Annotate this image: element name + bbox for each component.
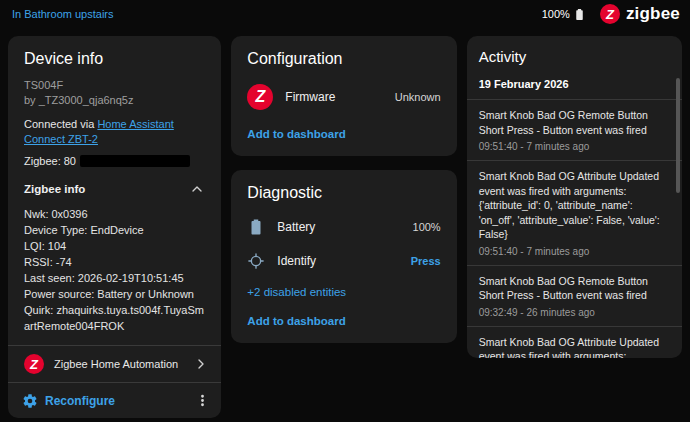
logbook-entry[interactable]: Smart Knob Bad OG Attribute Updated even… bbox=[467, 160, 682, 265]
middle-column: Configuration Z Firmware Unknown Add to … bbox=[231, 36, 456, 343]
firmware-value: Unknown bbox=[395, 91, 441, 103]
integration-link-row[interactable]: Z Zigbee Home Automation bbox=[8, 346, 221, 382]
diagnostic-title: Diagnostic bbox=[247, 184, 440, 202]
device-manufacturer: by _TZ3000_qja6nq5z bbox=[24, 93, 205, 108]
main-content: Device info TS004F by _TZ3000_qja6nq5z C… bbox=[0, 28, 690, 422]
zigbee-address-prefix: Zigbee: 80 bbox=[24, 155, 76, 167]
zigbee-info-header: Zigbee info bbox=[24, 183, 85, 195]
battery-icon bbox=[573, 8, 586, 21]
logbook-entries: Smart Knob Bad OG Remote Button Short Pr… bbox=[467, 99, 682, 358]
disabled-entities-link[interactable]: +2 disabled entities bbox=[247, 286, 346, 298]
activity-date-header: 19 February 2026 bbox=[467, 65, 682, 99]
reconfigure-button[interactable]: Reconfigure bbox=[22, 393, 115, 409]
reconfigure-label: Reconfigure bbox=[45, 394, 115, 408]
integration-label: Zigbee Home Automation bbox=[54, 358, 183, 370]
firmware-entity-row[interactable]: Z Firmware Unknown bbox=[247, 84, 440, 110]
zigbee-logo-icon: Z bbox=[24, 354, 44, 374]
device-model: TS004F bbox=[24, 78, 205, 93]
dots-vertical-icon bbox=[194, 392, 211, 409]
add-to-dashboard-link[interactable]: Add to dashboard bbox=[247, 315, 345, 327]
attr-quirk: Quirk: zhaquirks.tuya.ts004f.TuyaSmartRe… bbox=[24, 302, 205, 334]
device-actions-row: Reconfigure bbox=[8, 383, 221, 418]
logbook-entry-text: Smart Knob Bad OG Attribute Updated even… bbox=[479, 169, 668, 242]
connected-via: Connected via Home Assistant Connect ZBT… bbox=[24, 117, 205, 147]
identify-press-button[interactable]: Press bbox=[411, 255, 441, 267]
logbook-entry[interactable]: Smart Knob Bad OG Remote Button Short Pr… bbox=[467, 99, 682, 160]
battery-entity-row[interactable]: Battery 100% bbox=[247, 218, 440, 236]
configuration-title: Configuration bbox=[247, 50, 440, 68]
breadcrumb[interactable]: In Bathroom upstairs bbox=[12, 8, 114, 20]
chevron-right-icon bbox=[193, 356, 209, 372]
logbook-entry[interactable]: Smart Knob Bad OG Attribute Updated even… bbox=[467, 326, 682, 359]
device-info-title: Device info bbox=[24, 50, 205, 68]
battery-icon bbox=[247, 218, 265, 236]
logbook-entry-time: 09:51:40 - 7 minutes ago bbox=[479, 141, 668, 152]
diagnostic-card: Diagnostic Battery 100% Identi bbox=[231, 170, 456, 343]
firmware-label: Firmware bbox=[285, 90, 382, 104]
overflow-menu-button[interactable] bbox=[194, 392, 211, 409]
logbook-entry-text: Smart Knob Bad OG Remote Button Short Pr… bbox=[479, 274, 668, 303]
attr-rssi: RSSI: -74 bbox=[24, 254, 205, 270]
logbook-entry[interactable]: Smart Knob Bad OG Remote Button Short Pr… bbox=[467, 265, 682, 326]
cog-icon bbox=[22, 393, 38, 409]
chevron-up-icon[interactable] bbox=[189, 181, 205, 197]
device-info-card: Device info TS004F by _TZ3000_qja6nq5z C… bbox=[8, 36, 221, 418]
logbook-entry-text: Smart Knob Bad OG Attribute Updated even… bbox=[479, 335, 668, 359]
device-info-bottom: Z Zigbee Home Automation Reconfigure bbox=[8, 345, 221, 418]
zigbee-address: Zigbee: 80 bbox=[24, 155, 205, 167]
logbook-entry-time: 09:32:49 - 26 minutes ago bbox=[479, 307, 668, 318]
battery-value: 100% bbox=[413, 221, 441, 233]
add-to-dashboard-link[interactable]: Add to dashboard bbox=[247, 128, 345, 140]
identify-icon bbox=[247, 252, 265, 270]
configuration-card: Configuration Z Firmware Unknown Add to … bbox=[231, 36, 456, 156]
attr-nwk: Nwk: 0x0396 bbox=[24, 206, 205, 222]
zigbee-logo-icon: Z bbox=[600, 4, 620, 24]
redacted-address bbox=[80, 155, 190, 167]
top-bar-right: 100% Z zigbee bbox=[542, 4, 680, 24]
activity-column: Activity 19 February 2026 Smart Knob Bad… bbox=[467, 36, 682, 358]
activity-card: Activity 19 February 2026 Smart Knob Bad… bbox=[467, 36, 682, 358]
attr-lqi: LQI: 104 bbox=[24, 238, 205, 254]
device-info-body: Device info TS004F by _TZ3000_qja6nq5z C… bbox=[8, 36, 221, 334]
attr-last-seen: Last seen: 2026-02-19T10:51:45 bbox=[24, 270, 205, 286]
attr-device-type: Device Type: EndDevice bbox=[24, 222, 205, 238]
attr-power-source: Power source: Battery or Unknown bbox=[24, 286, 205, 302]
zigbee-brand: Z zigbee bbox=[600, 4, 680, 24]
activity-scrollbar[interactable] bbox=[676, 78, 680, 193]
logbook-entry-text: Smart Knob Bad OG Remote Button Short Pr… bbox=[479, 108, 668, 137]
connected-via-prefix: Connected via bbox=[24, 118, 94, 130]
identify-label: Identify bbox=[277, 254, 398, 268]
device-info-column: Device info TS004F by _TZ3000_qja6nq5z C… bbox=[8, 36, 221, 418]
zigbee-logo-icon: Z bbox=[247, 84, 273, 110]
zigbee-info-attributes: Nwk: 0x0396 Device Type: EndDevice LQI: … bbox=[24, 206, 205, 334]
zigbee-info-expander[interactable]: Zigbee info bbox=[24, 181, 205, 197]
top-bar: In Bathroom upstairs 100% Z zigbee bbox=[0, 0, 690, 28]
activity-title: Activity bbox=[467, 36, 682, 65]
identify-entity-row[interactable]: Identify Press bbox=[247, 252, 440, 270]
battery-percentage: 100% bbox=[542, 8, 570, 20]
battery-label: Battery bbox=[277, 220, 400, 234]
zigbee-wordmark: zigbee bbox=[626, 4, 680, 24]
logbook-entry-time: 09:51:40 - 7 minutes ago bbox=[479, 246, 668, 257]
page: In Bathroom upstairs 100% Z zigbee Devic… bbox=[0, 0, 690, 422]
